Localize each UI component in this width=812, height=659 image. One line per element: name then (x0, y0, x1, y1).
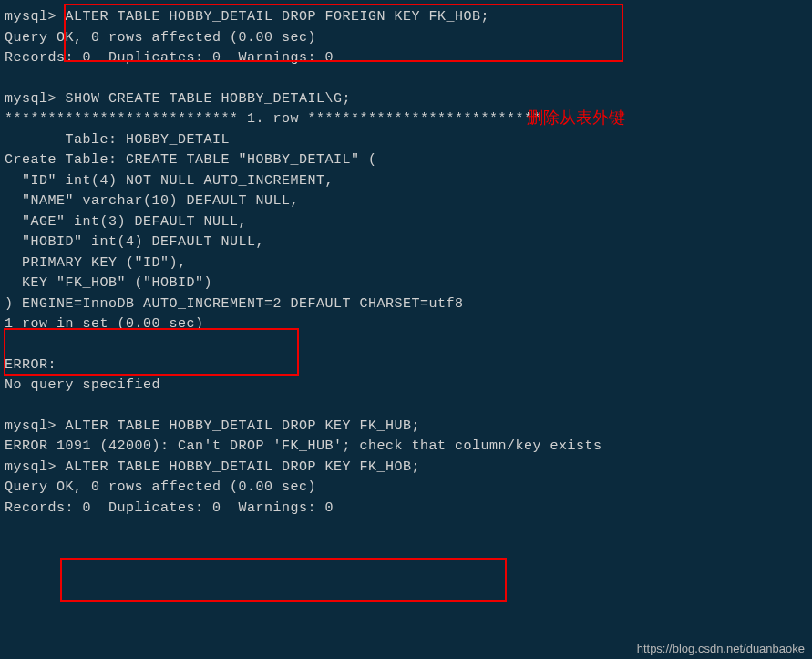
terminal-line: 1 row in set (0.00 sec) (5, 314, 812, 335)
terminal-line: KEY "FK_HOB" ("HOBID") (5, 273, 812, 294)
terminal-line: ERROR: (5, 355, 812, 376)
terminal-line: Records: 0 Duplicates: 0 Warnings: 0 (5, 499, 812, 520)
highlight-box-3 (60, 558, 507, 602)
terminal-line: "NAME" varchar(10) DEFAULT NULL, (5, 191, 812, 212)
terminal-line: ) ENGINE=InnoDB AUTO_INCREMENT=2 DEFAULT… (5, 294, 812, 315)
terminal-line: Create Table: CREATE TABLE "HOBBY_DETAIL… (5, 150, 812, 171)
watermark: https://blog.csdn.net/duanbaoke (637, 640, 805, 658)
terminal-line: ERROR 1091 (42000): Can't DROP 'FK_HUB';… (5, 437, 812, 458)
terminal-output[interactable]: mysql> ALTER TABLE HOBBY_DETAIL DROP FOR… (5, 7, 812, 519)
terminal-line: Table: HOBBY_DETAIL (5, 130, 812, 151)
annotation-delete-foreign-key: 删除从表外键 (527, 106, 625, 130)
terminal-line: *************************** 1. row *****… (5, 109, 812, 130)
terminal-line: "AGE" int(3) DEFAULT NULL, (5, 212, 812, 233)
terminal-line: "HOBID" int(4) DEFAULT NULL, (5, 232, 812, 253)
terminal-line: PRIMARY KEY ("ID"), (5, 253, 812, 274)
terminal-line: No query specified (5, 376, 812, 396)
terminal-empty-line (5, 69, 812, 89)
terminal-line: mysql> ALTER TABLE HOBBY_DETAIL DROP KEY… (5, 458, 812, 479)
terminal-line: "ID" int(4) NOT NULL AUTO_INCREMENT, (5, 171, 812, 192)
terminal-empty-line (5, 335, 812, 355)
terminal-line: Records: 0 Duplicates: 0 Warnings: 0 (5, 48, 812, 69)
terminal-line: mysql> ALTER TABLE HOBBY_DETAIL DROP KEY… (5, 417, 812, 438)
terminal-empty-line (5, 396, 812, 417)
terminal-line: Query OK, 0 rows affected (0.00 sec) (5, 28, 812, 49)
terminal-line: Query OK, 0 rows affected (0.00 sec) (5, 478, 812, 499)
terminal-line: mysql> ALTER TABLE HOBBY_DETAIL DROP FOR… (5, 7, 812, 28)
terminal-line: mysql> SHOW CREATE TABLE HOBBY_DETAIL\G; (5, 89, 812, 110)
